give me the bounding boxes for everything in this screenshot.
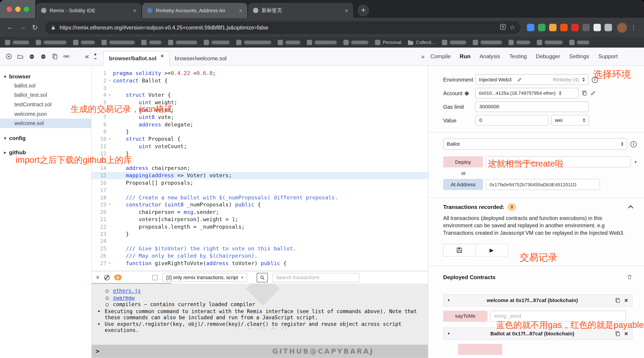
- import-github-icon[interactable]: [40, 53, 46, 59]
- browser-tab[interactable]: Remix - Solidity IDE×: [36, 3, 141, 18]
- copy-icon[interactable]: [615, 331, 621, 336]
- copy-icon[interactable]: [615, 297, 621, 303]
- add-account-icon[interactable]: ⊕: [464, 90, 469, 96]
- collapse-panel-icon[interactable]: «: [85, 52, 89, 60]
- code-line[interactable]: 1pragma solidity >=0.4.22 <0.6.0;: [92, 70, 428, 77]
- bookmark-item[interactable]: [343, 40, 368, 45]
- value-input[interactable]: [475, 115, 548, 125]
- gas-limit-input[interactable]: [475, 101, 589, 112]
- bookmark-item[interactable]: [307, 40, 337, 45]
- connect-localhost-icon[interactable]: [63, 53, 70, 59]
- menu-support[interactable]: Support: [598, 53, 618, 59]
- bookmark-item[interactable]: [5, 40, 29, 45]
- at-address-button[interactable]: At Address: [443, 179, 483, 190]
- reload-button[interactable]: ↻: [29, 21, 41, 33]
- caret-down-icon[interactable]: ▾: [448, 331, 450, 336]
- caret-down-icon[interactable]: ▾: [448, 298, 450, 303]
- code-line[interactable]: 17: [92, 187, 428, 194]
- bookmark-star-icon[interactable]: ☆: [510, 24, 515, 31]
- menu-debugger[interactable]: Debugger: [536, 53, 560, 59]
- browser-tab[interactable]: 新标签页×: [248, 3, 353, 18]
- more-tabs-icon[interactable]: »: [421, 53, 424, 60]
- code-line[interactable]: 22 proposals.length = _numProposals;: [92, 223, 428, 230]
- trash-icon[interactable]: [627, 274, 632, 280]
- profile-avatar[interactable]: [617, 22, 627, 33]
- code-line[interactable]: 23 }: [92, 230, 428, 238]
- browser-tab[interactable]: Rinkeby Accounts, Address An×: [142, 3, 248, 18]
- code-line[interactable]: 2▾contract Ballot {: [92, 77, 428, 84]
- code-line[interactable]: 27▾ function giveRightToVote(address toV…: [92, 260, 428, 267]
- copy-files-icon[interactable]: [52, 53, 58, 59]
- bookmark-item[interactable]: [442, 40, 466, 45]
- add-file-icon[interactable]: [6, 53, 12, 59]
- terminal-link[interactable]: swarmgw: [113, 295, 134, 301]
- explorer-section-browser[interactable]: ▾browser: [0, 72, 91, 81]
- open-folder-icon[interactable]: [17, 53, 23, 59]
- account-select[interactable]: 0x010...4125a (18.749757954 ether): [475, 88, 579, 99]
- close-icon[interactable]: ×: [160, 53, 164, 59]
- code-line[interactable]: 24: [92, 238, 428, 245]
- terminal-output[interactable]: remix ○ethers.js○swarmgw○compilers – con…: [92, 284, 428, 345]
- code-line[interactable]: 21 voters[chairperson].weight = 1;: [92, 216, 428, 223]
- browser-menu-icon[interactable]: ⋮: [630, 24, 636, 31]
- code-editor[interactable]: 1pragma solidity >=0.4.22 <0.6.0;2▾contr…: [92, 66, 428, 271]
- transactions-filter-select[interactable]: [2] only remix transactions, script ▾: [162, 273, 247, 282]
- code-line[interactable]: 20 chairperson = msg.sender;: [92, 208, 428, 216]
- translate-icon[interactable]: [500, 23, 506, 31]
- menu-settings[interactable]: Settings: [569, 53, 589, 59]
- code-line[interactable]: 12 }: [92, 150, 428, 157]
- extension-icon[interactable]: [549, 24, 557, 31]
- search-button[interactable]: [257, 273, 268, 282]
- bookmark-item[interactable]: [204, 40, 230, 45]
- extension-icon[interactable]: [560, 24, 568, 31]
- tab-close-icon[interactable]: ×: [133, 7, 136, 14]
- collapse-section-icon[interactable]: [628, 205, 633, 211]
- tab-close-icon[interactable]: ×: [239, 7, 242, 14]
- extension-icon[interactable]: [571, 24, 579, 31]
- code-line[interactable]: 3: [92, 84, 428, 91]
- file-tab[interactable]: browser/welcome.sol: [170, 51, 232, 65]
- menu-compile[interactable]: Compile: [430, 53, 451, 59]
- extension-icon[interactable]: [594, 24, 601, 31]
- function-button-partial[interactable]: [458, 344, 502, 355]
- terminal-link[interactable]: ethers.js: [113, 288, 141, 294]
- code-line[interactable]: 4▾ struct Voter {: [92, 92, 428, 99]
- file-ballot_test.sol[interactable]: ballot_test.sol: [0, 90, 91, 100]
- file-ballot.sol[interactable]: ballot.sol: [0, 81, 91, 90]
- explorer-section-config[interactable]: ▾config: [0, 134, 91, 142]
- code-line[interactable]: 9 }: [92, 128, 428, 135]
- address-bar[interactable]: https://remix.ethereum.org/#version=solj…: [45, 21, 520, 34]
- bookmark-item[interactable]: Personal: [375, 40, 402, 45]
- close-window-button[interactable]: [6, 6, 12, 12]
- code-line[interactable]: 14 address chairperson;: [92, 165, 428, 172]
- code-line[interactable]: 25 /// Give $(toVoter) the right to vote…: [92, 245, 428, 252]
- expand-deploy-icon[interactable]: ▾: [634, 160, 636, 164]
- environment-select[interactable]: Injected Web3 Rinkeby (4): [475, 74, 589, 85]
- deploy-button[interactable]: Deploy: [443, 156, 483, 167]
- bookmark-item[interactable]: [141, 40, 162, 45]
- publish-gist-icon[interactable]: [29, 53, 35, 59]
- editor-font-size-controls[interactable]: + −: [94, 52, 97, 60]
- bookmark-item[interactable]: [101, 40, 135, 45]
- replay-transactions-button[interactable]: ▶: [476, 244, 508, 256]
- tab-close-icon[interactable]: ×: [345, 7, 348, 14]
- file-welcome.sol[interactable]: welcome.sol: [0, 118, 91, 128]
- code-line[interactable]: 13: [92, 157, 428, 165]
- expand-terminal-icon[interactable]: »: [95, 276, 101, 279]
- back-button[interactable]: ←: [4, 21, 16, 33]
- terminal-prompt[interactable]: > GITHUB@CAPYBARAJ: [92, 345, 428, 358]
- zoom-window-button[interactable]: [24, 6, 29, 12]
- code-line[interactable]: 8 address delegate;: [92, 121, 428, 128]
- menu-run[interactable]: Run: [460, 53, 470, 59]
- menu-testing[interactable]: Testing: [509, 53, 527, 59]
- code-line[interactable]: 18 /// Create a new ballot with $(_numPr…: [92, 194, 428, 201]
- file-tab[interactable]: browser/ballot.sol×: [103, 51, 170, 65]
- contract-select[interactable]: Ballot: [443, 138, 627, 150]
- close-icon[interactable]: ×: [624, 297, 628, 304]
- code-line[interactable]: 11 uint voteCount;: [92, 143, 428, 150]
- function-button-sayToMe[interactable]: sayToMe: [443, 311, 488, 322]
- value-unit-select[interactable]: wei: [551, 115, 589, 125]
- search-transactions-input[interactable]: [272, 273, 360, 282]
- close-icon[interactable]: ×: [624, 330, 628, 337]
- bookmark-item[interactable]: [472, 40, 502, 45]
